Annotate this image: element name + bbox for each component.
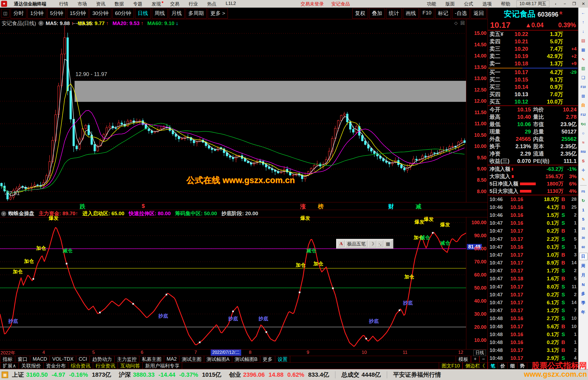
period-5[interactable]: 5	[580, 216, 587, 223]
sell-row[interactable]: 卖一10.181.3万+9	[488, 60, 578, 67]
period-月线[interactable]: 月线	[169, 8, 185, 19]
period-多周期[interactable]: 多周期	[186, 8, 207, 19]
tool-叠加[interactable]: 叠加	[369, 8, 385, 19]
menu-item-L1L2[interactable]: L1L2	[221, 1, 241, 7]
tab-扩展∧[interactable]: 扩展∧	[0, 362, 19, 369]
period-week[interactable]: 周	[580, 263, 587, 269]
tab-主力监控[interactable]: 主力监控	[115, 356, 139, 363]
f10-icon[interactable]: F10	[580, 83, 587, 90]
up-arrow-icon[interactable]: ↑	[580, 19, 587, 25]
back-arrow-icon[interactable]: ←	[580, 9, 587, 16]
restore-button[interactable]: ❐	[569, 1, 579, 6]
menu-item-版面[interactable]: 版面	[441, 1, 459, 7]
rsi-icon[interactable]: RSI	[580, 148, 587, 155]
period-1[interactable]: 1	[580, 206, 587, 213]
pencil-icon[interactable]: ✎	[580, 176, 587, 183]
tab-MACD[interactable]: MACD	[30, 356, 50, 362]
close-button[interactable]: ✕	[579, 1, 588, 6]
menu-item-资讯[interactable]: 资讯	[91, 1, 110, 7]
ime-toolbar[interactable]: A 极品五笔 ☽ ·, ▦	[336, 239, 393, 249]
formula-icon[interactable]: f(x)	[580, 120, 587, 127]
hot-link-榜[interactable]: 榜	[318, 203, 324, 210]
ime-fullhalf-icon[interactable]: ☽	[368, 241, 376, 247]
quote-table-icon[interactable]: ▦	[580, 46, 587, 53]
buy-row[interactable]: 买二10.159.1万	[488, 76, 578, 83]
tool-统计[interactable]: 统计	[386, 8, 402, 19]
index-沪深[interactable]: 沪深3880.33-14.44-0.37%1015亿	[119, 371, 225, 379]
menu-item-公式[interactable]: 公式	[459, 1, 478, 7]
axis-period-label[interactable]: 日线	[473, 350, 486, 356]
menu-item-行业[interactable]: 行业	[184, 1, 203, 7]
tab-更多[interactable]: 更多	[260, 356, 275, 363]
tool-复权[interactable]: 复权	[352, 8, 368, 19]
period-15[interactable]: 15	[580, 225, 587, 232]
f12-icon[interactable]: F12	[580, 111, 587, 118]
period-分时[interactable]: 分时	[11, 8, 26, 19]
period-year[interactable]: 年	[580, 309, 587, 316]
tab-私募主图[interactable]: 私募主图	[139, 356, 164, 363]
period-n[interactable]: N	[580, 281, 587, 288]
menu-item-行情[interactable]: 行情	[54, 1, 73, 7]
tab-设置[interactable]: 设置	[275, 356, 290, 363]
menu-alert[interactable]: 交易未登录	[297, 1, 327, 7]
menu-alert[interactable]: 安记食品	[327, 1, 354, 7]
market-icon[interactable]: ▦	[2, 372, 8, 378]
period-周线[interactable]: 周线	[152, 8, 168, 19]
tool-标记[interactable]: 标记	[435, 8, 451, 19]
period-60[interactable]: 60	[580, 244, 587, 250]
tool-画线[interactable]: 画线	[403, 8, 419, 19]
period-60分钟[interactable]: 60分钟	[112, 8, 134, 19]
ime-punct-icon[interactable]: ·,	[377, 241, 383, 247]
sell-row[interactable]: 卖三10.207.4万+4	[488, 45, 578, 53]
transaction-list[interactable]: 10:4610.1618.9万B2810:4610.164.1万B2510:46…	[488, 195, 578, 362]
tree-icon[interactable]: ⊞	[580, 93, 587, 99]
buy-row[interactable]: 买一10.174.2万-29	[488, 69, 578, 76]
menu-item-选项[interactable]: 选项	[478, 1, 496, 7]
tab-图文F10[interactable]: 图文F10	[439, 362, 463, 369]
tab-MA2[interactable]: MA2	[164, 356, 179, 362]
trend-line-icon[interactable]: ∿	[580, 56, 587, 62]
report-icon[interactable]: ▤	[580, 37, 587, 44]
menu-item-交易[interactable]: 交易	[166, 1, 184, 7]
menu-item-热点[interactable]: 热点	[203, 1, 221, 7]
maximize-pane-icon[interactable]: 回	[460, 20, 465, 26]
tab-+[interactable]: +	[471, 356, 479, 362]
period-multi[interactable]: 多	[580, 290, 587, 297]
tab-测试幅图A[interactable]: 测试幅图A	[204, 356, 232, 363]
menu-item-帮助[interactable]: 帮助	[496, 1, 515, 7]
menu-item-发现[interactable]: 发现	[147, 1, 166, 7]
refresh-icon[interactable]: ↻	[580, 197, 587, 204]
buy-row[interactable]: 买三10.140.9万	[488, 83, 578, 91]
move-icon[interactable]: ✛	[580, 167, 587, 174]
hot-link-$[interactable]: $	[142, 203, 145, 209]
index-上证[interactable]: 上证3160.50-4.97-0.16%1873亿	[12, 371, 115, 379]
tab-侧边栏《[interactable]: 侧边栏《	[463, 362, 488, 369]
zixuan-icon[interactable]: 自	[580, 102, 587, 109]
sell-row[interactable]: 卖四10.215.0万	[488, 38, 578, 45]
ime-keyboard-icon[interactable]: ▦	[384, 241, 392, 247]
tab-指标[interactable]: 指标	[0, 356, 15, 363]
kline-icon[interactable]: ▥	[580, 65, 587, 72]
minimize-button[interactable]: −	[560, 1, 569, 6]
tool-F10[interactable]: F10	[420, 8, 434, 19]
period-更多 >[interactable]: 更多 >	[208, 8, 228, 19]
tab-笔[interactable]: 笔	[488, 363, 498, 369]
tab-模板[interactable]: 模板	[456, 356, 471, 363]
period-5分钟[interactable]: 5分钟	[47, 8, 66, 19]
menu-item-数据[interactable]: 数据	[110, 1, 128, 7]
sell-row[interactable]: 卖二10.1942.9万+2	[488, 53, 578, 60]
period-day[interactable]: 日	[579, 253, 587, 260]
down-arrow-icon[interactable]: ↓	[580, 28, 587, 35]
menu-item-市场[interactable]: 市场	[73, 1, 91, 7]
f5-icon[interactable]: F5	[580, 188, 587, 195]
tab-−[interactable]: −	[479, 356, 488, 362]
tool-返回[interactable]: 返回	[471, 8, 486, 19]
tab-测试幅图B[interactable]: 测试幅图B	[232, 356, 260, 363]
tab-价[interactable]: 价	[498, 363, 508, 369]
tab-VOL-TDX[interactable]: VOL-TDX	[50, 356, 76, 362]
buy-row[interactable]: 买四10.137.0万	[488, 91, 578, 98]
split-window-icon[interactable]: ◫	[1, 9, 10, 17]
s-icon[interactable]: S	[580, 157, 587, 164]
menu-item-功能[interactable]: 功能	[422, 1, 441, 7]
hot-link-财[interactable]: 财	[388, 203, 394, 210]
